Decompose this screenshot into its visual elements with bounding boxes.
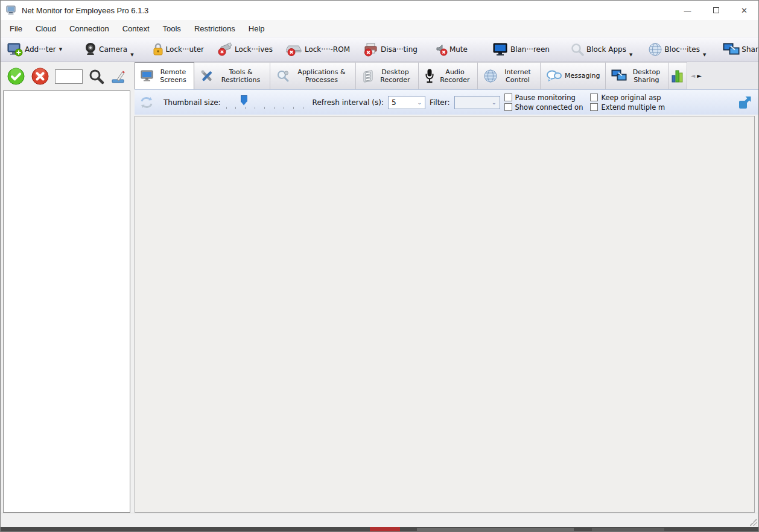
checkbox-label: Show connected on [515,103,583,112]
blank-screen-icon [493,42,509,57]
tab-scroll-right-icon[interactable]: ► [697,72,702,79]
lock-drives-icon [217,42,233,57]
disable-printing-label: Disa···ting [381,45,418,54]
edit-groups-icon[interactable] [110,69,126,84]
tab-strip: Remote Screens Tools & Restrictions [135,62,758,89]
tab-statistics-partial[interactable] [668,62,687,89]
menu-bar: File Cloud Connection Context Tools Rest… [1,20,758,37]
blank-screen-button[interactable]: Blan···reen [489,39,554,60]
share-desktop-button[interactable]: Shar···ktop [719,39,759,60]
block-apps-icon [570,42,585,57]
checkbox-label: Extend multiple m [601,103,665,112]
remote-screens-content[interactable] [135,116,755,513]
menu-tools[interactable]: Tools [156,22,188,36]
camera-dropdown-icon[interactable]: ▼ [130,52,133,57]
thumbnail-size-label: Thumbnail size: [164,98,221,107]
checkbox-icon[interactable] [504,103,512,111]
lock-computer-icon [152,42,164,57]
share-desktop-label: Shar···ktop [742,45,759,54]
main-toolbar: Add···ter ▼ Camera ▼ [1,37,758,62]
tab-messaging[interactable]: Messaging [541,62,606,89]
taskbar-item [592,528,664,531]
maximize-button[interactable] [702,1,730,20]
block-websites-dropdown-icon[interactable]: ▼ [703,52,706,57]
block-apps-button[interactable]: Block Apps ▼ [566,39,637,60]
camera-icon [84,42,97,57]
slider-ticks [226,107,303,109]
add-computer-icon [7,42,23,57]
mute-button[interactable]: Mute [430,39,472,60]
main-panel: Remote Screens Tools & Restrictions [135,62,758,513]
close-button[interactable]: ✕ [730,1,758,20]
computers-sidebar [1,62,135,513]
close-icon: ✕ [741,6,748,15]
fullscreen-expand-button[interactable] [736,93,754,112]
filter-select[interactable]: ⌄ [454,96,500,109]
thumbnail-size-slider[interactable] [225,95,305,110]
tab-desktop-recorder[interactable]: Desktop Recorder [356,62,419,89]
processes-icon [276,69,290,83]
show-connected-only-checkbox[interactable]: Show connected on [504,103,583,112]
block-websites-button[interactable]: Bloc···ites ▼ [644,39,710,60]
keep-original-aspect-checkbox[interactable]: Keep original asp [590,93,665,102]
menu-help[interactable]: Help [242,22,272,36]
mute-icon [434,42,448,57]
block-apps-dropdown-icon[interactable]: ▼ [629,52,632,57]
tab-scroll-controls: ◄ ► [687,62,704,89]
search-icon[interactable] [88,68,105,85]
search-input[interactable] [55,69,83,84]
microphone-icon [424,68,435,84]
lock-computer-label: Lock···uter [166,45,204,54]
lock-cdrom-icon [286,42,303,57]
refresh-icon[interactable] [139,96,154,109]
slider-thumb[interactable] [241,95,247,106]
taskbar-edge [1,527,758,531]
checkbox-icon[interactable] [504,93,512,101]
internet-globe-icon [483,69,498,83]
lock-computer-button[interactable]: Lock···uter [148,39,208,60]
title-bar: Net Monitor for Employees Pro 6.1.3 — ✕ [1,1,758,20]
tab-label: Messaging [565,72,600,80]
disable-printing-icon [363,42,379,57]
menu-file[interactable]: File [3,22,29,36]
extend-multiple-monitors-checkbox[interactable]: Extend multiple m [590,103,665,112]
lock-drives-button[interactable]: Lock···ives [213,39,277,60]
add-computer-label: Add···ter [25,45,56,54]
menu-cloud[interactable]: Cloud [29,22,63,36]
connect-all-button[interactable] [7,67,25,86]
refresh-interval-select[interactable]: 5 ⌄ [388,96,425,109]
tab-applications-processes[interactable]: Applications & Processes [270,62,356,89]
bar-chart-icon [671,68,684,84]
sidebar-toolbar [1,62,135,90]
tab-scroll-left-icon[interactable]: ◄ [690,72,695,79]
camera-button[interactable]: Camera ▼ [80,39,138,60]
menu-context[interactable]: Context [116,22,156,36]
menu-connection[interactable]: Connection [63,22,116,36]
tab-remote-screens[interactable]: Remote Screens [135,62,194,89]
disable-printing-button[interactable]: Disa···ting [359,39,422,60]
mute-label: Mute [449,45,468,54]
tab-label: Internet Control [501,68,535,84]
checkbox-icon[interactable] [590,93,598,101]
pause-monitoring-checkbox[interactable]: Pause monitoring [504,93,583,102]
add-computer-dropdown-icon[interactable]: ▼ [59,47,62,52]
resize-grip[interactable] [749,518,757,526]
tab-tools-restrictions[interactable]: Tools & Restrictions [194,62,270,89]
checkbox-icon[interactable] [590,103,598,111]
maximize-icon [713,7,719,13]
lock-cdrom-button[interactable]: Lock····-ROM [282,39,354,60]
tab-audio-recorder[interactable]: Audio Recorder [419,62,478,89]
computer-list[interactable] [3,90,130,513]
tab-label: Desktop Recorder [378,68,413,84]
status-bar [1,513,758,527]
menu-restrictions[interactable]: Restrictions [188,22,242,36]
tab-label: Tools & Restrictions [217,68,264,84]
minimize-button[interactable]: — [673,1,702,20]
checkbox-label: Keep original asp [601,93,661,102]
tab-desktop-sharing[interactable]: Desktop Sharing [606,62,668,89]
add-computer-button[interactable]: Add···ter ▼ [3,39,66,60]
block-websites-label: Bloc···ites [664,45,700,54]
tab-internet-control[interactable]: Internet Control [478,62,541,89]
disconnect-all-button[interactable] [31,67,49,86]
filter-label: Filter: [430,98,450,107]
